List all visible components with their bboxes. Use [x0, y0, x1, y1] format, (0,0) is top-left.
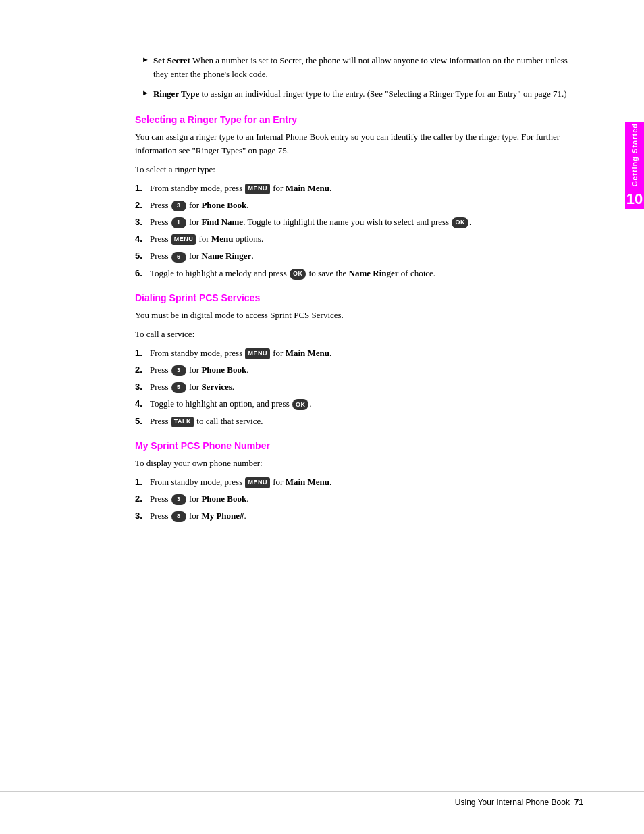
- my-number-step-2: 2. Press 3 for Phone Book.: [135, 492, 583, 506]
- section-dialing: Dialing Sprint PCS Services You must be …: [135, 292, 583, 428]
- bullet-arrow-1: ►: [142, 55, 149, 63]
- ringer-step-5: 5. Press 6 for Name Ringer.: [135, 249, 583, 263]
- section-dialing-intro: You must be in digital mode to access Sp…: [135, 309, 583, 322]
- dialing-step-2: 2. Press 3 for Phone Book.: [135, 363, 583, 377]
- section-heading-dialing: Dialing Sprint PCS Services: [135, 292, 583, 303]
- ringer-step-3: 3. Press 1 for Find Name. Toggle to high…: [135, 215, 583, 229]
- bullet-text-ringer-type: Ringer Type to assign an individual ring…: [153, 87, 567, 101]
- page-footer: Using Your Internal Phone Book 71: [0, 791, 644, 807]
- section-heading-ringer: Selecting a Ringer Type for an Entry: [135, 114, 583, 125]
- bullet-item-ringer-type: ► Ringer Type to assign an individual ri…: [135, 87, 583, 101]
- dialing-step-3: 3. Press 5 for Services.: [135, 380, 583, 394]
- section-dialing-sub-intro: To call a service:: [135, 328, 583, 341]
- key-menu-4: MENU: [245, 477, 270, 488]
- key-5-1: 5: [171, 382, 186, 393]
- my-number-step-1: 1. From standby mode, press MENU for Mai…: [135, 475, 583, 489]
- ringer-step-4: 4. Press MENU for Menu options.: [135, 232, 583, 246]
- section-ringer-sub-intro: To select a ringer type:: [135, 163, 583, 176]
- my-number-steps-list: 1. From standby mode, press MENU for Mai…: [135, 475, 583, 523]
- key-menu-3: MENU: [245, 348, 270, 359]
- ringer-step-1: 1. From standby mode, press MENU for Mai…: [135, 182, 583, 195]
- my-number-step-3: 3. Press 8 for My Phone#.: [135, 509, 583, 523]
- dialing-step-1: 1. From standby mode, press MENU for Mai…: [135, 346, 583, 360]
- page-container: Getting Started 10 ► Set Secret When a n…: [0, 0, 644, 834]
- side-tab-label: Getting Started: [630, 123, 639, 186]
- side-tab: Getting Started 10: [625, 122, 644, 209]
- bullet-item-set-secret: ► Set Secret When a number is set to Sec…: [135, 54, 583, 80]
- key-3-3: 3: [171, 494, 186, 505]
- ringer-steps-list: 1. From standby mode, press MENU for Mai…: [135, 182, 583, 280]
- footer-label: Using Your Internal Phone Book: [455, 798, 570, 807]
- key-menu-1: MENU: [245, 184, 270, 194]
- section-ringer-intro: You can assign a ringer type to an Inter…: [135, 130, 583, 157]
- bullet-text-set-secret: Set Secret When a number is set to Secre…: [153, 54, 583, 80]
- footer-page-number: 71: [574, 798, 583, 807]
- section-ringer-type: Selecting a Ringer Type for an Entry You…: [135, 114, 583, 280]
- key-ok-2: OK: [290, 269, 306, 280]
- dialing-step-4: 4. Toggle to highlight an option, and pr…: [135, 397, 583, 411]
- ringer-step-6: 6. Toggle to highlight a melody and pres…: [135, 267, 583, 280]
- footer-text: Using Your Internal Phone Book 71: [455, 798, 583, 807]
- ringer-step-2: 2. Press 3 for Phone Book.: [135, 199, 583, 212]
- section-heading-my-number: My Sprint PCS Phone Number: [135, 440, 583, 451]
- key-3-2: 3: [171, 365, 186, 376]
- key-3-1: 3: [171, 201, 186, 211]
- key-6-1: 6: [171, 252, 186, 263]
- key-talk-1: TALK: [171, 417, 194, 427]
- key-1-1: 1: [171, 217, 186, 228]
- key-ok-3: OK: [292, 399, 309, 410]
- main-content: ► Set Secret When a number is set to Sec…: [135, 41, 583, 523]
- key-ok-1: OK: [452, 217, 468, 228]
- section-my-number: My Sprint PCS Phone Number To display yo…: [135, 440, 583, 523]
- key-menu-2: MENU: [171, 234, 196, 245]
- dialing-step-5: 5. Press TALK to call that service.: [135, 415, 583, 428]
- bullet-arrow-2: ►: [142, 88, 149, 97]
- side-tab-number: 10: [626, 190, 643, 208]
- dialing-steps-list: 1. From standby mode, press MENU for Mai…: [135, 346, 583, 428]
- key-8-1: 8: [171, 511, 186, 522]
- section-my-number-intro: To display your own phone number:: [135, 457, 583, 470]
- bullet-section: ► Set Secret When a number is set to Sec…: [135, 54, 583, 101]
